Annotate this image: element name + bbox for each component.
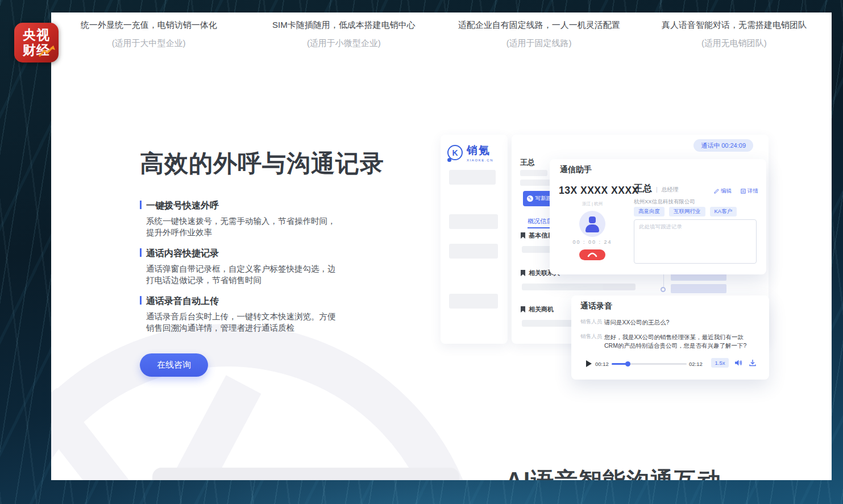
placeholder-bar bbox=[520, 170, 547, 176]
cctv-finance-logo: 央视 财经 bbox=[14, 23, 59, 63]
download-icon[interactable] bbox=[749, 359, 756, 369]
volume-icon[interactable] bbox=[734, 359, 742, 369]
benefit-desc: 统一外显统一充值，电销访销一体化 bbox=[51, 20, 246, 31]
player-current-time: 00:12 bbox=[595, 361, 609, 367]
feature-item-2: 通话内容快捷记录 通话弹窗自带记录框，自定义客户标签快捷勾选，边打电话边做记录，… bbox=[140, 248, 344, 286]
brand-watermark-ring bbox=[51, 324, 483, 480]
trend-arrow-icon bbox=[38, 45, 55, 58]
benefit-desc: 真人语音智能对话，无需搭建电销团队 bbox=[637, 20, 832, 31]
detail-link[interactable]: 详情 bbox=[741, 188, 758, 195]
edit-link[interactable]: 编辑 bbox=[714, 188, 732, 195]
player-progress-knob[interactable] bbox=[625, 361, 630, 366]
benefit-desc: 适配企业自有固定线路，一人一机灵活配置 bbox=[442, 20, 637, 31]
call-timer: 00 : 00 : 24 bbox=[559, 239, 626, 245]
section-label: 相关商机 bbox=[529, 305, 554, 314]
call-status-badge: 通话中 00:24:09 bbox=[693, 139, 753, 152]
avatar-person-icon bbox=[589, 216, 596, 223]
follow-up-note-input[interactable] bbox=[634, 219, 757, 264]
benefit-desc: SIM卡随插随用，低成本搭建电销中心 bbox=[246, 20, 441, 31]
bookmark-icon bbox=[521, 306, 525, 313]
tab-overview-info[interactable]: 概况信息 bbox=[528, 217, 553, 226]
benefit-col-1: 统一外显统一充值，电销访销一体化 (适用于大中型企业) bbox=[51, 20, 246, 49]
player-total-time: 02:12 bbox=[689, 361, 703, 367]
transcript-speaker: 销售人员 bbox=[580, 318, 604, 327]
audio-player: 00:12 02:12 1.5x bbox=[571, 357, 769, 370]
feature-desc: 系统一键快速拨号，无需手动输入，节省操作时间，提升外呼作业效率 bbox=[140, 216, 343, 238]
bookmark-icon bbox=[521, 232, 525, 239]
benefit-scope: (适用于固定线路) bbox=[442, 38, 637, 49]
transcript-row: 销售人员 您好，我是XX公司的销售经理张某，最近我们有一款CRM的产品特别适合贵… bbox=[580, 333, 757, 350]
placeholder-bar bbox=[449, 244, 498, 259]
tag-industry: 互联网行业 bbox=[669, 207, 705, 216]
benefit-scope: (适用于小微型企业) bbox=[246, 38, 441, 49]
benefit-col-2: SIM卡随插随用，低成本搭建电销中心 (适用于小微型企业) bbox=[246, 20, 441, 49]
benefit-col-4: 真人语音智能对话，无需搭建电销团队 (适用无电销团队) bbox=[637, 20, 832, 49]
hang-up-button[interactable] bbox=[579, 249, 605, 260]
benefit-scope: (适用于大中型企业) bbox=[51, 38, 246, 49]
benefit-col-3: 适配企业自有固定线路，一人一机灵活配置 (适用于固定线路) bbox=[442, 20, 637, 49]
xiaoke-brand: K 销氪 XIAOKE.CN bbox=[447, 143, 493, 162]
caller-avatar bbox=[579, 211, 605, 237]
customer-name: 王总 bbox=[520, 157, 535, 168]
avatar-person-icon bbox=[585, 224, 599, 232]
timeline-dot bbox=[661, 287, 666, 292]
feature-title: 通话录音自动上传 bbox=[140, 295, 344, 307]
edit-label: 编辑 bbox=[721, 188, 732, 195]
play-icon[interactable] bbox=[586, 360, 592, 367]
phone-receiver-icon bbox=[587, 252, 597, 257]
player-progress-track[interactable] bbox=[612, 363, 687, 365]
detail-label: 详情 bbox=[748, 188, 758, 195]
feature-item-3: 通话录音自动上传 通话录音后台实时上传，一键转文本快速浏览。方便销售回溯沟通详情… bbox=[140, 295, 344, 334]
tv-logo-line1: 央视 bbox=[23, 27, 50, 43]
transcript-row: 销售人员 请问是XX公司的王总么? bbox=[580, 318, 757, 327]
bookmark-icon bbox=[521, 270, 525, 276]
mockup-sidebar: K 销氪 XIAOKE.CN bbox=[441, 135, 508, 344]
placeholder-bar bbox=[449, 294, 498, 309]
caller-region: 浙江 | 杭州 bbox=[559, 201, 626, 207]
section-title: 高效的外呼与沟通记录 bbox=[140, 148, 356, 180]
call-assistant-title: 通信助手 bbox=[560, 165, 592, 175]
placeholder-bar bbox=[449, 170, 496, 185]
tab-active-underline bbox=[528, 227, 553, 228]
feature-title: 通话内容快捷记录 bbox=[140, 248, 344, 260]
contact-role: 总经理 bbox=[662, 186, 679, 194]
placeholder-bar bbox=[603, 284, 636, 290]
webpage: 统一外显统一充值，电销访销一体化 (适用于大中型企业) SIM卡随插随用，低成本… bbox=[51, 13, 832, 480]
edit-icon bbox=[714, 189, 719, 194]
xiaoke-logo-icon: K bbox=[447, 145, 463, 160]
call-assistant-panel: 通信助手 13X XXXX XXXX 浙江 | 杭州 00 : 00 : 24 … bbox=[550, 159, 766, 274]
next-section-title: AI语音智能沟通互动 bbox=[506, 465, 722, 480]
call-recording-panel: 通话录音 销售人员 请问是XX公司的王总么? 销售人员 您好，我是XX公司的销售… bbox=[571, 295, 769, 380]
product-mockup: K 销氪 XIAOKE.CN 通话中 00:24:09 王总 ✎ 写新跟进 概况… bbox=[441, 135, 832, 393]
transcript-text: 请问是XX公司的王总么? bbox=[604, 318, 757, 327]
call-recording-title: 通话录音 bbox=[580, 301, 612, 311]
next-section-card-edge bbox=[152, 468, 459, 480]
brand-name: 销氪 bbox=[467, 143, 493, 158]
section-basic-info[interactable]: 基本信息 bbox=[521, 231, 554, 240]
contact-name: 王总 bbox=[634, 183, 652, 195]
edit-pencil-icon: ✎ bbox=[527, 195, 533, 202]
playback-speed-button[interactable]: 1.5x bbox=[711, 358, 729, 368]
feature-desc: 通话弹窗自带记录框，自定义客户标签快捷勾选，边打电话边做记录，节省销售时间 bbox=[140, 264, 343, 286]
feature-item-1: 一键拨号快速外呼 系统一键快速拨号，无需手动输入，节省操作时间，提升外呼作业效率 bbox=[140, 200, 344, 238]
feature-desc: 通话录音后台实时上传，一键转文本快速浏览。方便销售回溯沟通详情，管理者进行通话质… bbox=[140, 311, 343, 334]
benefit-scope: (适用无电销团队) bbox=[637, 38, 832, 49]
brand-domain: XIAOKE.CN bbox=[467, 159, 493, 162]
placeholder-bar bbox=[449, 214, 498, 229]
feature-title: 一键拨号快速外呼 bbox=[140, 200, 344, 212]
separator: | bbox=[656, 186, 658, 193]
caller-phone-number: 13X XXXX XXXX bbox=[559, 185, 626, 197]
detail-icon bbox=[741, 189, 746, 194]
section-related-opportunities[interactable]: 相关商机 bbox=[521, 305, 554, 314]
contact-company: 杭州XX信息科技有限公司 bbox=[634, 198, 695, 206]
online-consult-button[interactable]: 在线咨询 bbox=[140, 353, 208, 377]
timeline-placeholder-bar bbox=[671, 284, 726, 293]
top-benefits-row: 统一外显统一充值，电销访销一体化 (适用于大中型企业) SIM卡随插随用，低成本… bbox=[51, 13, 832, 49]
tag-intent: 高意向度 bbox=[634, 207, 665, 216]
transcript-speaker: 销售人员 bbox=[580, 333, 604, 350]
transcript-text: 您好，我是XX公司的销售经理张某，最近我们有一款CRM的产品特别适合贵公司，您是… bbox=[604, 333, 757, 350]
tag-ka: KA客户 bbox=[710, 207, 737, 216]
